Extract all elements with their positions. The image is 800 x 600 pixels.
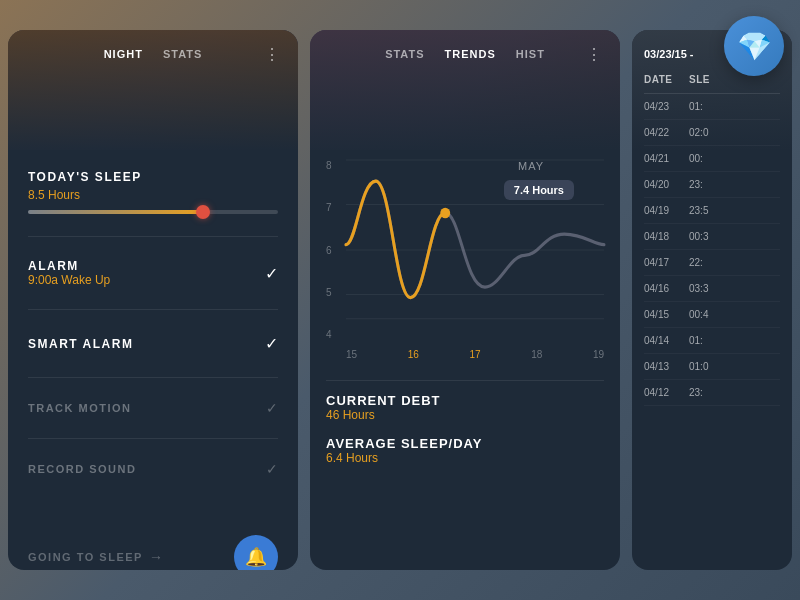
nav-trends[interactable]: TRENDS bbox=[445, 48, 496, 60]
going-arrow: → bbox=[149, 549, 163, 565]
divider-1 bbox=[28, 236, 278, 237]
y-label-5: 5 bbox=[326, 287, 332, 298]
x-label-19: 19 bbox=[593, 349, 604, 360]
track-motion-section: TRACK MOTION ✓ bbox=[28, 392, 278, 424]
current-debt-title: CURRENT DEBT bbox=[326, 393, 604, 408]
trends-card: STATS TRENDS HIST ⋮ MAY 7.4 Hours 8 7 6 … bbox=[310, 30, 620, 570]
track-motion-check: ✓ bbox=[266, 400, 278, 416]
y-label-8: 8 bbox=[326, 160, 332, 171]
row-date: 04/23 bbox=[644, 101, 689, 112]
x-label-16: 16 bbox=[408, 349, 419, 360]
alarm-bell-icon: 🔔 bbox=[245, 546, 267, 568]
divider-4 bbox=[28, 438, 278, 439]
history-card: 03/23/15 - DATE SLE 04/23 01: 04/22 02:0… bbox=[632, 30, 792, 570]
row-sleep: 23: bbox=[689, 179, 703, 190]
chart-area bbox=[346, 160, 604, 340]
row-date: 04/14 bbox=[644, 335, 689, 346]
table-row: 04/17 22: bbox=[644, 250, 780, 276]
row-date: 04/18 bbox=[644, 231, 689, 242]
track-motion-title: TRACK MOTION bbox=[28, 402, 132, 414]
row-sleep: 01: bbox=[689, 101, 703, 112]
divider-3 bbox=[28, 377, 278, 378]
row-sleep: 02:0 bbox=[689, 127, 708, 138]
history-table: DATE SLE 04/23 01: 04/22 02:0 04/21 00: … bbox=[632, 66, 792, 406]
avg-sleep-section: AVERAGE SLEEP/DAY 6.4 Hours bbox=[326, 436, 604, 465]
y-axis-labels: 8 7 6 5 4 bbox=[326, 160, 332, 340]
today-sleep-section: TODAY'S SLEEP 8.5 Hours bbox=[28, 170, 278, 214]
sleep-tracker-card: NIGHT STATS ⋮ TODAY'S SLEEP 8.5 Hours AL… bbox=[8, 30, 298, 570]
going-label-group: GOING TO SLEEP → bbox=[28, 549, 163, 565]
svg-point-5 bbox=[440, 208, 450, 219]
col-sleep-header: SLE bbox=[689, 74, 710, 85]
row-sleep: 23: bbox=[689, 387, 703, 398]
table-row: 04/19 23:5 bbox=[644, 198, 780, 224]
row-sleep: 01: bbox=[689, 335, 703, 346]
record-sound-section: RECORD SOUND ✓ bbox=[28, 453, 278, 485]
smart-alarm-check: ✓ bbox=[265, 334, 278, 353]
card-1-nav: NIGHT STATS ⋮ bbox=[8, 30, 298, 70]
alarm-section: ALARM 9:00a Wake Up ✓ bbox=[28, 251, 278, 295]
avg-sleep-title: AVERAGE SLEEP/DAY bbox=[326, 436, 604, 451]
sketch-icon: 💎 bbox=[737, 30, 772, 63]
table-row: 04/12 23: bbox=[644, 380, 780, 406]
nav-stats[interactable]: STATS bbox=[163, 48, 202, 60]
current-debt-value: 46 Hours bbox=[326, 408, 604, 422]
table-row: 04/13 01:0 bbox=[644, 354, 780, 380]
avg-sleep-value: 6.4 Hours bbox=[326, 451, 604, 465]
nav-dots-2[interactable]: ⋮ bbox=[586, 45, 604, 64]
row-sleep: 00:3 bbox=[689, 231, 708, 242]
slider-fill bbox=[28, 210, 203, 214]
table-row: 04/16 03:3 bbox=[644, 276, 780, 302]
nav-hist[interactable]: HIST bbox=[516, 48, 545, 60]
x-label-17: 17 bbox=[469, 349, 480, 360]
row-sleep: 00:4 bbox=[689, 309, 708, 320]
table-row: 04/21 00: bbox=[644, 146, 780, 172]
row-date: 04/21 bbox=[644, 153, 689, 164]
row-sleep: 03:3 bbox=[689, 283, 708, 294]
row-date: 04/12 bbox=[644, 387, 689, 398]
row-sleep: 22: bbox=[689, 257, 703, 268]
row-date: 04/15 bbox=[644, 309, 689, 320]
trends-chart: MAY 7.4 Hours 8 7 6 5 4 bbox=[326, 160, 604, 360]
alarm-check: ✓ bbox=[265, 264, 278, 283]
row-date: 04/16 bbox=[644, 283, 689, 294]
nav-stats-2[interactable]: STATS bbox=[385, 48, 424, 60]
sketch-badge[interactable]: 💎 bbox=[724, 16, 784, 76]
smart-alarm-title: SMART ALARM bbox=[28, 337, 133, 351]
x-axis-labels: 15 16 17 18 19 bbox=[346, 349, 604, 360]
record-sound-title: RECORD SOUND bbox=[28, 463, 136, 475]
row-date: 04/22 bbox=[644, 127, 689, 138]
alarm-info: ALARM 9:00a Wake Up bbox=[28, 259, 110, 287]
nav-dots-1[interactable]: ⋮ bbox=[264, 45, 282, 64]
going-label: GOING TO SLEEP bbox=[28, 551, 143, 563]
table-row: 04/23 01: bbox=[644, 94, 780, 120]
divider-2 bbox=[28, 309, 278, 310]
y-label-4: 4 bbox=[326, 329, 332, 340]
table-row: 04/14 01: bbox=[644, 328, 780, 354]
smart-alarm-section: SMART ALARM ✓ bbox=[28, 324, 278, 363]
row-sleep: 23:5 bbox=[689, 205, 708, 216]
alarm-title: ALARM bbox=[28, 259, 110, 273]
table-row: 04/22 02:0 bbox=[644, 120, 780, 146]
y-label-6: 6 bbox=[326, 245, 332, 256]
y-label-7: 7 bbox=[326, 202, 332, 213]
x-label-18: 18 bbox=[531, 349, 542, 360]
nav-night[interactable]: NIGHT bbox=[104, 48, 143, 60]
x-label-15: 15 bbox=[346, 349, 357, 360]
row-date: 04/19 bbox=[644, 205, 689, 216]
col-date-header: DATE bbox=[644, 74, 689, 85]
today-sleep-value: 8.5 Hours bbox=[28, 188, 278, 202]
row-date: 04/20 bbox=[644, 179, 689, 190]
row-date: 04/13 bbox=[644, 361, 689, 372]
slider-thumb bbox=[196, 205, 210, 219]
card-2-content: MAY 7.4 Hours 8 7 6 5 4 bbox=[310, 70, 620, 481]
alarm-button[interactable]: 🔔 bbox=[234, 535, 278, 570]
row-sleep: 01:0 bbox=[689, 361, 708, 372]
table-row: 04/15 00:4 bbox=[644, 302, 780, 328]
chart-svg bbox=[346, 160, 604, 340]
card-1-content: TODAY'S SLEEP 8.5 Hours ALARM 9:00a Wake… bbox=[8, 70, 298, 570]
sleep-slider[interactable] bbox=[28, 210, 278, 214]
table-row: 04/18 00:3 bbox=[644, 224, 780, 250]
card-2-nav: STATS TRENDS HIST ⋮ bbox=[310, 30, 620, 70]
alarm-subtitle: 9:00a Wake Up bbox=[28, 273, 110, 287]
